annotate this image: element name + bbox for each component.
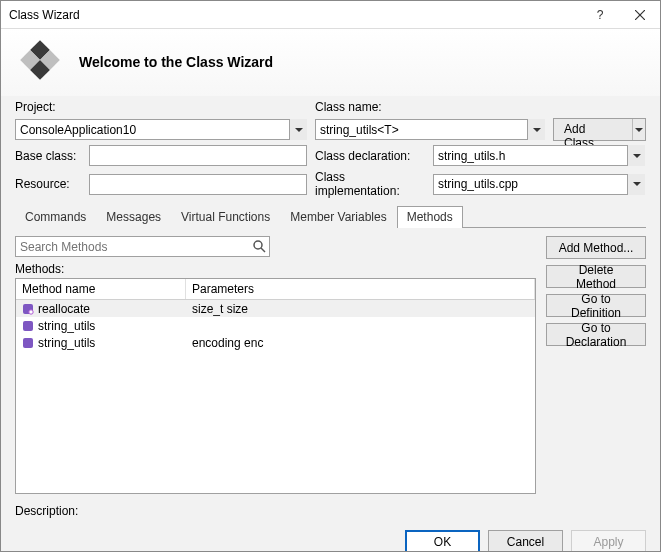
project-label: Project: — [15, 100, 56, 114]
tab-methods[interactable]: Methods — [397, 206, 463, 228]
close-icon — [635, 10, 645, 20]
search-input[interactable] — [15, 236, 270, 257]
add-class-dropdown-icon[interactable] — [633, 119, 645, 140]
apply-button: Apply — [571, 530, 646, 552]
col-header-name[interactable]: Method name — [16, 279, 186, 299]
cancel-button[interactable]: Cancel — [488, 530, 563, 552]
resource-input[interactable] — [89, 174, 307, 195]
go-to-declaration-button[interactable]: Go to Declaration — [546, 323, 646, 346]
tab-commands[interactable]: Commands — [15, 206, 96, 228]
methods-label: Methods: — [15, 262, 536, 276]
method-name: string_utils — [38, 336, 95, 350]
help-button[interactable]: ? — [580, 1, 620, 29]
tab-strip: Commands Messages Virtual Functions Memb… — [15, 206, 646, 228]
page-title: Welcome to the Class Wizard — [79, 54, 273, 70]
form-area: Project: Class name: Add Class... — [1, 96, 660, 228]
svg-rect-10 — [23, 321, 33, 331]
left-pane: Methods: Method name Parameters realloca… — [15, 236, 536, 494]
description-area: Description: — [1, 498, 660, 524]
tab-virtual-functions[interactable]: Virtual Functions — [171, 206, 280, 228]
titlebar: Class Wizard ? — [1, 1, 660, 29]
table-row[interactable]: string_utilsencoding enc — [16, 334, 535, 351]
window-title: Class Wizard — [9, 8, 580, 22]
description-label: Description: — [15, 504, 78, 518]
class-declaration-select[interactable] — [433, 145, 645, 166]
svg-line-7 — [261, 248, 265, 252]
method-params — [186, 323, 535, 329]
class-name-dropdown-icon[interactable] — [527, 119, 545, 140]
col-header-params[interactable]: Parameters — [186, 279, 535, 299]
add-class-button[interactable]: Add Class... — [553, 118, 646, 141]
header: Welcome to the Class Wizard — [1, 29, 660, 96]
table-row[interactable]: string_utils — [16, 317, 535, 334]
grid-header: Method name Parameters — [16, 279, 535, 300]
svg-rect-11 — [23, 338, 33, 348]
svg-point-9 — [29, 309, 33, 313]
method-params: encoding enc — [186, 333, 535, 353]
class-implementation-dropdown-icon[interactable] — [627, 174, 645, 195]
class-implementation-label: Class implementation: — [315, 170, 427, 198]
method-func-icon — [22, 303, 34, 315]
class-declaration-dropdown-icon[interactable] — [627, 145, 645, 166]
class-declaration-label: Class declaration: — [315, 149, 427, 163]
wizard-logo-icon — [15, 35, 65, 88]
add-method-button[interactable]: Add Method... — [546, 236, 646, 259]
search-icon — [252, 239, 266, 253]
class-name-select[interactable] — [315, 119, 545, 140]
method-name: reallocate — [38, 302, 90, 316]
method-ctor-icon — [22, 320, 34, 332]
body-area: Methods: Method name Parameters realloca… — [1, 228, 660, 498]
project-select[interactable] — [15, 119, 307, 140]
tab-member-variables[interactable]: Member Variables — [280, 206, 396, 228]
delete-method-button[interactable]: Delete Method — [546, 265, 646, 288]
class-implementation-select[interactable] — [433, 174, 645, 195]
go-to-definition-button[interactable]: Go to Definition — [546, 294, 646, 317]
close-button[interactable] — [620, 1, 660, 29]
method-ctor-icon — [22, 337, 34, 349]
add-class-label: Add Class... — [554, 119, 633, 140]
ok-button[interactable]: OK — [405, 530, 480, 552]
project-dropdown-icon[interactable] — [289, 119, 307, 140]
method-name: string_utils — [38, 319, 95, 333]
method-params: size_t size — [186, 299, 535, 319]
table-row[interactable]: reallocatesize_t size — [16, 300, 535, 317]
methods-grid[interactable]: Method name Parameters reallocatesize_t … — [15, 278, 536, 494]
svg-point-6 — [254, 241, 262, 249]
class-name-label: Class name: — [315, 100, 382, 114]
base-class-input[interactable] — [89, 145, 307, 166]
footer: OK Cancel Apply — [1, 524, 660, 552]
right-pane: Add Method... Delete Method Go to Defini… — [546, 236, 646, 494]
resource-label: Resource: — [15, 177, 83, 191]
base-class-label: Base class: — [15, 149, 83, 163]
tab-messages[interactable]: Messages — [96, 206, 171, 228]
